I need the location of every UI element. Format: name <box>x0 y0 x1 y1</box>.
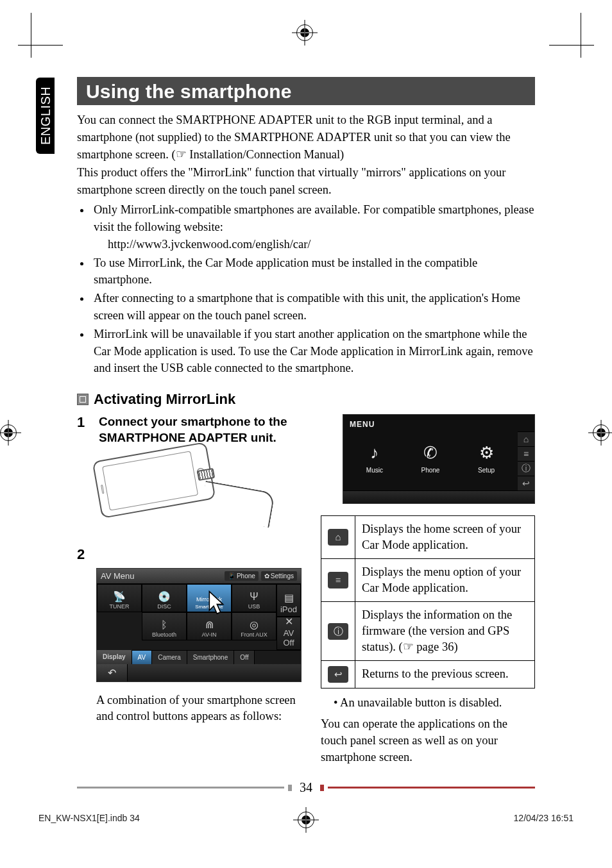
av-tab-display: Display <box>97 650 132 664</box>
page-title: Using the smartphone <box>77 77 535 105</box>
disc-icon: 💿 <box>158 592 171 602</box>
footer-filename: EN_KW-NSX1[E].indb 34 <box>38 813 140 823</box>
subheading-bullet-icon <box>77 394 89 405</box>
av-cell-mirrorlink: MirrorLinkSmartphone <box>187 584 232 612</box>
table-row: ≡ Displays the menu option of your Car M… <box>321 559 535 602</box>
smartphone-illustration <box>96 451 263 535</box>
av-menu-phone-chip: 📱Phone <box>225 571 259 581</box>
menu-lines-icon: ≡ <box>328 572 348 588</box>
registration-mark-top <box>296 24 316 44</box>
info-icon: ⓘ <box>328 623 348 640</box>
phone-handset-icon: ✆ <box>421 443 440 463</box>
close-icon: ✕ <box>285 617 293 627</box>
av-cell-usb: ΨUSB <box>232 584 276 612</box>
menu-item-setup: ⚙Setup <box>478 443 495 474</box>
side-menu-icon: ≡ <box>518 446 534 461</box>
mirrorlink-menu-screenshot: MENU ♪Music ✆Phone ⚙Setup ⌂ ≡ ⓘ ↩ <box>343 414 535 504</box>
step-1-number: 1 <box>77 414 90 446</box>
av-cell-disc: 💿DISC <box>142 584 187 612</box>
av-tab-off: Off <box>234 651 255 664</box>
step-1: 1 Connect your smartphone to the SMARTPH… <box>77 414 302 446</box>
home-icon: ⌂ <box>328 529 348 546</box>
language-tab: ENGLISH <box>36 78 55 109</box>
footer-timestamp: 12/04/23 16:51 <box>514 813 574 823</box>
bullet-3: After connecting to a smartphone that is… <box>91 290 535 324</box>
gear-icon: ✿ <box>264 572 269 580</box>
av-tab-smartphone: Smartphone <box>187 651 234 664</box>
avin-icon: ⋒ <box>205 620 214 630</box>
right-column: MENU ♪Music ✆Phone ⚙Setup ⌂ ≡ ⓘ ↩ <box>321 414 535 765</box>
aux-icon: ◎ <box>250 620 259 630</box>
side-info-icon: ⓘ <box>518 461 534 476</box>
step-2-number: 2 <box>77 546 90 563</box>
left-column: 1 Connect your smartphone to the SMARTPH… <box>77 414 302 765</box>
bullet-list: Only MirrorLink-compatible smartphones a… <box>91 201 535 377</box>
language-label: ENGLISH <box>36 78 55 154</box>
print-footer: EN_KW-NSX1[E].indb 34 12/04/23 16:51 <box>38 813 574 823</box>
desc-info: Displays the information on the firmware… <box>355 602 535 661</box>
side-home-icon: ⌂ <box>518 431 534 446</box>
desc-menu: Displays the menu option of your Car Mod… <box>355 559 535 602</box>
desc-back: Returns to the previous screen. <box>355 660 535 688</box>
subheading-text: Activating MirrorLink <box>94 391 235 408</box>
av-cell-frontaux: ◎Front AUX <box>232 612 276 640</box>
crop-mark-tl <box>18 13 63 58</box>
button-description-table: ⌂ Displays the home screen of your Car M… <box>321 515 535 689</box>
registration-mark-right <box>593 424 612 444</box>
gear-icon: ⚙ <box>478 443 495 463</box>
page-number: 34 <box>297 780 315 795</box>
registration-mark-left <box>0 424 19 444</box>
table-row: ⓘ Displays the information on the firmwa… <box>321 602 535 661</box>
music-icon: ♪ <box>366 443 383 463</box>
step-2-caption: A combination of your smartphone screen … <box>96 692 302 726</box>
menu-title: MENU <box>343 415 534 431</box>
page-content: ENGLISH Using the smartphone You can con… <box>77 77 535 791</box>
subheading-row: Activating MirrorLink <box>77 391 535 408</box>
av-tab-av: AV <box>132 651 153 664</box>
av-menu-settings-chip: ✿Settings <box>261 571 297 581</box>
av-back-button: ↶ <box>97 664 128 681</box>
bullet-2: To use MirrorLink, the Car Mode applicat… <box>91 255 535 289</box>
phone-icon: 📱 <box>228 572 235 580</box>
av-cell-avoff: ✕AV Off <box>276 617 301 650</box>
av-menu-title: AV Menu <box>101 571 135 581</box>
usb-icon: Ψ <box>250 592 258 602</box>
bullet-1: Only MirrorLink-compatible smartphones a… <box>91 201 535 253</box>
page-number-row: 34 <box>77 780 535 795</box>
registration-mark-bottom <box>298 812 314 830</box>
av-tab-camera: Camera <box>152 651 187 664</box>
side-back-icon: ↩ <box>518 476 534 490</box>
bullet-1-url: http://www3.jvckenwood.com/english/car/ <box>108 236 535 253</box>
step-2: 2 <box>77 546 302 563</box>
ipod-icon: ▤ <box>284 593 294 603</box>
menu-item-phone: ✆Phone <box>421 443 440 474</box>
av-cell-ipod: ▤iPod <box>276 584 301 617</box>
bluetooth-icon: ᛒ <box>161 620 167 630</box>
crop-mark-tr <box>549 13 594 58</box>
av-cell-bluetooth: ᛒBluetooth <box>142 612 187 640</box>
note-text: • An unavailable button is disabled. <box>334 696 535 710</box>
av-cell-tuner: 📡TUNER <box>97 584 142 612</box>
intro-p2: This product offers the "MirrorLink" fun… <box>77 164 535 199</box>
tuner-icon: 📡 <box>113 592 126 602</box>
back-arrow-icon: ↩ <box>328 666 348 683</box>
intro-p1: You can connect the SMARTPHONE ADAPTER u… <box>77 112 535 163</box>
bullet-4: MirrorLink will be unavailable if you st… <box>91 326 535 377</box>
table-row: ↩ Returns to the previous screen. <box>321 660 535 688</box>
av-cell-avin: ⋒AV-IN <box>187 612 232 640</box>
av-menu-screenshot: AV Menu 📱Phone ✿Settings 📡TUNER 💿DISC Mi… <box>96 568 302 682</box>
desc-home: Displays the home screen of your Car Mod… <box>355 516 535 559</box>
step-1-text: Connect your smartphone to the SMARTPHON… <box>99 414 302 446</box>
title-text: Using the smartphone <box>86 81 292 102</box>
intro-text: You can connect the SMARTPHONE ADAPTER u… <box>77 112 535 199</box>
table-row: ⌂ Displays the home screen of your Car M… <box>321 516 535 559</box>
menu-item-music: ♪Music <box>366 443 383 474</box>
closing-paragraph: You can operate the applications on the … <box>321 716 535 766</box>
